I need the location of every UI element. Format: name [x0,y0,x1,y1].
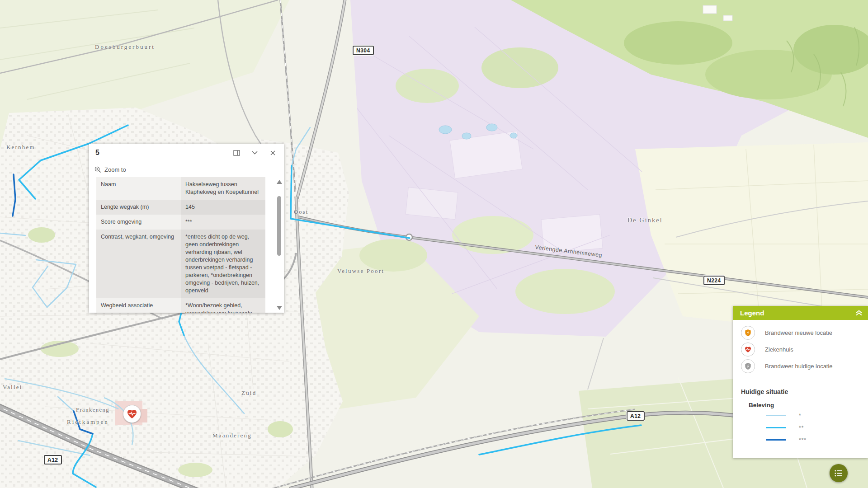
road-shield-a12: A12 [627,411,645,421]
scroll-up-icon[interactable] [277,180,282,184]
popup-title: 5 [95,149,99,157]
popup-body: Naam Hakselseweg tussen Klaphekweg en Ko… [89,177,284,313]
line-swatch-one-star [766,415,786,416]
table-row: Wegbeeld associatie *Woon/bezoek gebied,… [96,298,265,313]
dock-icon[interactable] [231,148,242,158]
popup-scrollbar[interactable] [275,180,283,310]
legend-item: Brandweer nieuwe locatie [733,324,868,341]
road-shield-n224: N224 [703,276,725,285]
table-row: Naam Hakselseweg tussen Klaphekweg en Ko… [96,177,265,200]
legend-title: Legend [740,309,764,317]
field-value: *** [181,215,265,230]
legend-item: Brandweer huidige locatie [733,358,868,375]
field-name: Wegbeeld associatie [96,298,181,313]
field-name: Contrast, wegkant, omgeving [96,230,181,298]
class-label: *** [799,437,807,443]
field-name: Naam [96,177,181,200]
fire-station-new-icon [741,326,755,340]
line-swatch-three-star [766,439,786,441]
collapse-double-chevron-icon[interactable] [855,310,863,316]
road-shield-a12: A12 [44,455,62,465]
legend-class-row: *** [733,434,868,446]
hospital-heart-marker[interactable] [123,405,141,423]
scrollbar-thumb[interactable] [277,196,281,256]
field-value: 145 [181,200,265,215]
legend-item-label: Ziekenhuis [765,346,793,353]
class-label: ** [799,425,804,431]
chevron-down-icon[interactable] [249,148,260,158]
legend-section-title: Huidige situatie [741,388,868,395]
field-value: Hakselseweg tussen Klaphekweg en Koepelt… [181,177,265,200]
table-row: Score omgeving *** [96,215,265,230]
field-name: Score omgeving [96,215,181,230]
scroll-down-icon[interactable] [277,306,282,310]
class-label: * [799,413,802,419]
legend-header[interactable]: Legend [733,306,868,320]
table-row: Contrast, wegkant, omgeving *entrees dic… [96,230,265,298]
legend-item: Ziekenhuis [733,341,868,358]
legend-divider [733,382,868,382]
legend-group-title: Beleving [749,402,868,408]
zoom-to-button[interactable]: Zoom to [89,162,284,177]
line-swatch-two-star [766,427,786,428]
field-name: Lengte wegvak (m) [96,200,181,215]
legend-panel: Legend Brandweer nieuwe locatie Ziekenhu… [733,306,868,458]
legend-list-icon [835,470,843,477]
field-value: *Woon/bezoek gebied, verwachting van kru… [181,298,265,313]
legend-class-row: ** [733,422,868,434]
magnifier-plus-icon [94,166,101,173]
field-value: *entrees dicht op de weg, geen onderbrek… [181,230,265,298]
table-row: Lengte wegvak (m) 145 [96,200,265,215]
hospital-heart-icon [741,343,755,357]
popup-header[interactable]: 5 [89,144,284,162]
zoom-to-label: Zoom to [104,166,126,173]
feature-popup: 5 Zoom to Naam H [89,144,284,313]
fire-station-current-icon [741,359,755,373]
legend-class-row: * [733,409,868,422]
road-shield-n304: N304 [353,46,374,55]
legend-item-label: Brandweer huidige locatie [765,363,833,370]
legend-toggle-button[interactable] [830,464,848,482]
close-icon[interactable] [267,148,278,158]
legend-item-label: Brandweer nieuwe locatie [765,329,832,336]
hospital-heart-icon [126,408,138,420]
map-application: Doesburgerbuurt Kernhem Oost De Ginkel V… [0,0,868,488]
attribute-table: Naam Hakselseweg tussen Klaphekweg en Ko… [96,177,265,313]
